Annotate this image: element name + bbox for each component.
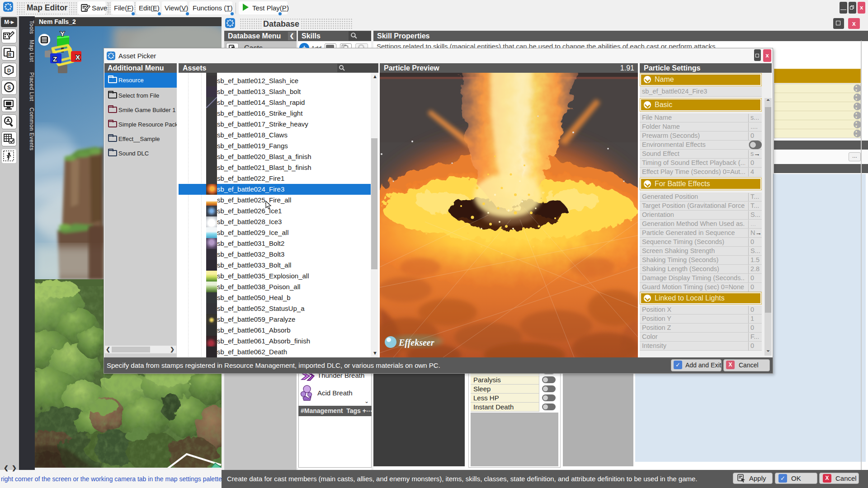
svg-text:X: X [75, 53, 80, 61]
svg-text:D: D [7, 68, 11, 73]
svg-text:Y: Y [60, 30, 65, 38]
svg-text:Effekseer: Effekseer [398, 338, 434, 348]
svg-text:S: S [7, 84, 11, 91]
svg-text:R: R [8, 52, 12, 57]
svg-text:Z: Z [53, 55, 57, 63]
